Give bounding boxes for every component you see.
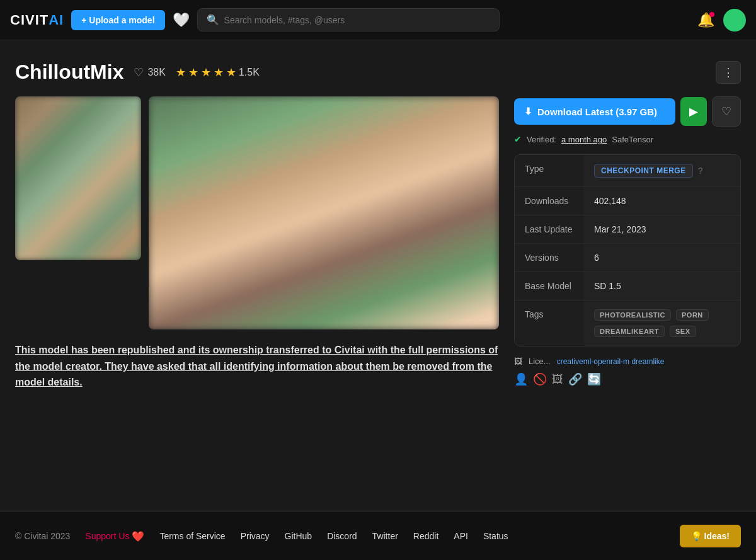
- support-link[interactable]: Support Us: [85, 531, 129, 541]
- download-label: Download Latest (3.97 GB): [537, 106, 657, 117]
- help-icon[interactable]: ?: [698, 166, 703, 176]
- safe-tensor-label: SafeTensor: [612, 135, 653, 144]
- thumbnail-image[interactable]: [15, 96, 141, 260]
- search-bar: 🔍: [197, 8, 500, 31]
- header-right: 🔔: [697, 9, 746, 31]
- versions-value: 6: [584, 244, 740, 271]
- info-table: Type CHECKPOINT MERGE ? Downloads 402,14…: [514, 154, 741, 346]
- verified-row: ✔ Verified: a month ago SafeTensor: [514, 134, 741, 144]
- main-image[interactable]: [149, 96, 499, 329]
- terms-link[interactable]: Terms of Service: [159, 531, 225, 541]
- model-title-left: ChilloutMix ♡ 38K ★ ★ ★ ★ ★ 1.5K: [15, 60, 260, 84]
- api-link[interactable]: API: [454, 531, 468, 541]
- tag-badge[interactable]: SEX: [670, 326, 696, 337]
- heart-icon: ♡: [134, 66, 144, 79]
- github-link[interactable]: GitHub: [285, 531, 312, 541]
- model-description: This model has been republished and its …: [15, 342, 499, 391]
- type-value: CHECKPOINT MERGE ?: [584, 155, 740, 186]
- base-model-label: Base Model: [515, 272, 584, 300]
- like-number: 38K: [147, 67, 165, 78]
- perm-rotate-icon: 🔄: [587, 372, 601, 386]
- heart-emoji: ❤️: [132, 530, 144, 542]
- perm-no-sell-icon: 🚫: [533, 372, 547, 386]
- verified-label: Verified:: [527, 135, 556, 144]
- last-update-label: Last Update: [515, 215, 584, 243]
- tags-label: Tags: [515, 300, 584, 346]
- copyright: © Civitai 2023: [15, 531, 70, 541]
- upload-button[interactable]: + Upload a model: [71, 10, 164, 30]
- permission-icons: 👤 🚫 🖼 🔗 🔄: [514, 372, 601, 386]
- download-row: ⬇ Download Latest (3.97 GB) ▶ ♡: [514, 96, 741, 127]
- main-content: ChilloutMix ♡ 38K ★ ★ ★ ★ ★ 1.5K ⋮: [0, 40, 756, 406]
- downloads-row: Downloads 402,148: [515, 187, 740, 215]
- type-row: Type CHECKPOINT MERGE ?: [515, 155, 740, 187]
- downloads-label: Downloads: [515, 187, 584, 215]
- download-icon: ⬇: [524, 106, 532, 117]
- footer: © Civitai 2023 Support Us ❤️ Terms of Se…: [0, 511, 756, 560]
- gallery-section: This model has been republished and its …: [15, 96, 499, 391]
- verified-time-link[interactable]: a month ago: [561, 135, 607, 144]
- last-update-row: Last Update Mar 21, 2023: [515, 215, 740, 244]
- verified-icon: ✔: [514, 134, 522, 144]
- description-text[interactable]: This model has been republished and its …: [15, 345, 498, 387]
- tag-badge[interactable]: PHOTOREALISTIC: [594, 309, 671, 321]
- search-icon: 🔍: [207, 14, 219, 26]
- tag-badge[interactable]: DREAMLIKEART: [594, 326, 665, 337]
- license-link[interactable]: creativeml-openrail-m dreamlike: [557, 357, 665, 366]
- content-row: This model has been republished and its …: [15, 96, 741, 391]
- base-model-row: Base Model SD 1.5: [515, 272, 740, 300]
- star-3: ★: [201, 66, 211, 79]
- model-sidebar: ⬇ Download Latest (3.97 GB) ▶ ♡ ✔ Verifi…: [514, 96, 741, 386]
- last-update-value: Mar 21, 2023: [584, 215, 740, 243]
- notification-dot: [709, 12, 714, 17]
- notifications-button[interactable]: 🔔: [697, 12, 714, 28]
- star-4: ★: [214, 66, 224, 79]
- license-label: Lice...: [529, 357, 551, 366]
- rating-count: 1.5K: [239, 67, 260, 78]
- support-us-container: Support Us ❤️: [85, 530, 144, 542]
- thumbnail-img-content: [15, 96, 141, 260]
- star-2: ★: [188, 66, 198, 79]
- versions-label: Versions: [515, 244, 584, 271]
- heart-button[interactable]: 🤍: [173, 12, 190, 28]
- status-link[interactable]: Status: [483, 531, 508, 541]
- privacy-link[interactable]: Privacy: [241, 531, 270, 541]
- more-options-button[interactable]: ⋮: [716, 61, 741, 84]
- play-button[interactable]: ▶: [680, 97, 707, 126]
- license-row: 🖼 Lice... creativeml-openrail-m dreamlik…: [514, 357, 741, 386]
- perm-no-merge-icon: 🔗: [568, 372, 582, 386]
- download-button[interactable]: ⬇ Download Latest (3.97 GB): [514, 98, 675, 125]
- tag-badge[interactable]: PORN: [676, 309, 709, 321]
- perm-no-image-icon: 🖼: [552, 373, 563, 386]
- type-label: Type: [515, 155, 584, 186]
- image-gallery: [15, 96, 499, 329]
- versions-row: Versions 6: [515, 244, 740, 272]
- license-icon: 🖼: [514, 357, 522, 366]
- tags-row: Tags PHOTOREALISTICPORNDREAMLIKEARTSEX: [515, 300, 740, 346]
- model-title: ChilloutMix: [15, 60, 123, 84]
- logo-ai: AI: [49, 12, 64, 28]
- star-5: ★: [226, 66, 236, 79]
- discord-link[interactable]: Discord: [327, 531, 357, 541]
- like-count[interactable]: ♡ 38K: [134, 66, 165, 79]
- downloads-value: 402,148: [584, 187, 740, 215]
- type-badge[interactable]: CHECKPOINT MERGE: [594, 164, 693, 178]
- base-model-value: SD 1.5: [584, 272, 740, 300]
- perm-user-icon: 👤: [514, 372, 528, 386]
- logo-civit: CIVIT: [10, 12, 49, 28]
- ideas-button[interactable]: 💡 Ideas!: [680, 525, 741, 547]
- reddit-link[interactable]: Reddit: [413, 531, 438, 541]
- star-rating: ★ ★ ★ ★ ★ 1.5K: [176, 66, 260, 79]
- tags-value: PHOTOREALISTICPORNDREAMLIKEARTSEX: [584, 300, 740, 346]
- star-1: ★: [176, 66, 186, 79]
- avatar[interactable]: [723, 9, 746, 31]
- logo: CIVITAI: [10, 12, 64, 28]
- twitter-link[interactable]: Twitter: [372, 531, 398, 541]
- search-input[interactable]: [224, 15, 490, 25]
- favorite-button[interactable]: ♡: [712, 96, 741, 127]
- model-header: ChilloutMix ♡ 38K ★ ★ ★ ★ ★ 1.5K ⋮: [15, 60, 741, 84]
- main-img-content: [149, 96, 499, 329]
- header: CIVITAI + Upload a model 🤍 🔍 🔔: [0, 0, 756, 40]
